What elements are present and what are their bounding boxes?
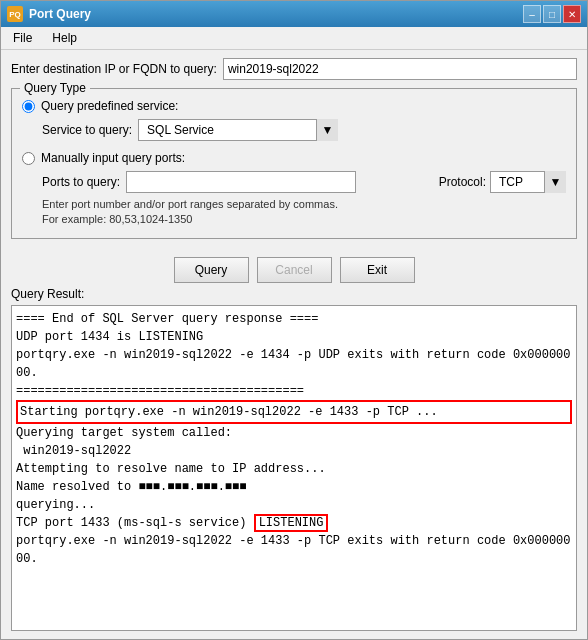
protocol-label: Protocol:: [439, 175, 486, 189]
predefined-label: Query predefined service:: [41, 99, 178, 113]
service-row: Service to query: SQL Service DNS Servic…: [42, 119, 566, 141]
menu-help[interactable]: Help: [44, 29, 85, 47]
close-button[interactable]: ✕: [563, 5, 581, 23]
main-content: Enter destination IP or FQDN to query: Q…: [1, 50, 587, 639]
group-legend: Query Type: [20, 81, 90, 95]
app-icon: PQ: [7, 6, 23, 22]
svg-text:PQ: PQ: [9, 10, 21, 19]
result-section: Query Result: ==== End of SQL Server que…: [11, 287, 577, 631]
ports-row: Ports to query: Protocol: TCP UDP Both ▼: [42, 171, 566, 193]
hint-line1: Enter port number and/or port ranges sep…: [42, 198, 338, 210]
service-select[interactable]: SQL Service DNS Service HTTP FTP SMTP: [138, 119, 338, 141]
result-line: Querying target system called:: [16, 424, 572, 442]
query-type-group: Query Type Query predefined service: Ser…: [11, 88, 577, 239]
maximize-button[interactable]: □: [543, 5, 561, 23]
listening-badge: LISTENING: [254, 514, 329, 532]
result-line: win2019-sql2022: [16, 442, 572, 460]
minimize-button[interactable]: –: [523, 5, 541, 23]
destination-row: Enter destination IP or FQDN to query:: [11, 58, 577, 80]
main-window: PQ Port Query – □ ✕ File Help Enter dest…: [0, 0, 588, 640]
result-line: portqry.exe -n win2019-sql2022 -e 1434 -…: [16, 346, 572, 382]
menu-bar: File Help: [1, 27, 587, 50]
result-line: querying...: [16, 496, 572, 514]
exit-button[interactable]: Exit: [340, 257, 415, 283]
service-label: Service to query:: [42, 123, 132, 137]
destination-label: Enter destination IP or FQDN to query:: [11, 62, 217, 76]
predefined-radio[interactable]: [22, 100, 35, 113]
ports-label: Ports to query:: [42, 175, 120, 189]
hint-line2: For example: 80,53,1024-1350: [42, 213, 192, 225]
result-line: TCP port 1433 (ms-sql-s service) LISTENI…: [16, 514, 572, 532]
ports-input[interactable]: [126, 171, 356, 193]
service-select-wrapper: SQL Service DNS Service HTTP FTP SMTP ▼: [138, 119, 338, 141]
result-line: portqry.exe -n win2019-sql2022 -e 1433 -…: [16, 532, 572, 568]
result-line: UDP port 1434 is LISTENING: [16, 328, 572, 346]
result-line: ========================================: [16, 382, 572, 400]
query-button[interactable]: Query: [174, 257, 249, 283]
hint-text: Enter port number and/or port ranges sep…: [42, 197, 566, 228]
protocol-section: Protocol: TCP UDP Both ▼: [439, 171, 566, 193]
manual-radio-row: Manually input query ports:: [22, 151, 566, 165]
result-line: Starting portqry.exe -n win2019-sql2022 …: [16, 400, 572, 424]
manual-label: Manually input query ports:: [41, 151, 185, 165]
menu-file[interactable]: File: [5, 29, 40, 47]
result-line: ==== End of SQL Server query response ==…: [16, 310, 572, 328]
predefined-radio-row: Query predefined service:: [22, 99, 566, 113]
result-box[interactable]: ==== End of SQL Server query response ==…: [11, 305, 577, 631]
title-bar: PQ Port Query – □ ✕: [1, 1, 587, 27]
result-line: Attempting to resolve name to IP address…: [16, 460, 572, 478]
window-title: Port Query: [29, 7, 91, 21]
result-label: Query Result:: [11, 287, 577, 301]
destination-input[interactable]: [223, 58, 577, 80]
protocol-select[interactable]: TCP UDP Both: [490, 171, 566, 193]
manual-radio[interactable]: [22, 152, 35, 165]
button-row: Query Cancel Exit: [11, 257, 577, 283]
title-bar-left: PQ Port Query: [7, 6, 91, 22]
result-line: Name resolved to ■■■.■■■.■■■.■■■: [16, 478, 572, 496]
cancel-button[interactable]: Cancel: [257, 257, 332, 283]
protocol-select-wrapper: TCP UDP Both ▼: [490, 171, 566, 193]
title-controls: – □ ✕: [523, 5, 581, 23]
